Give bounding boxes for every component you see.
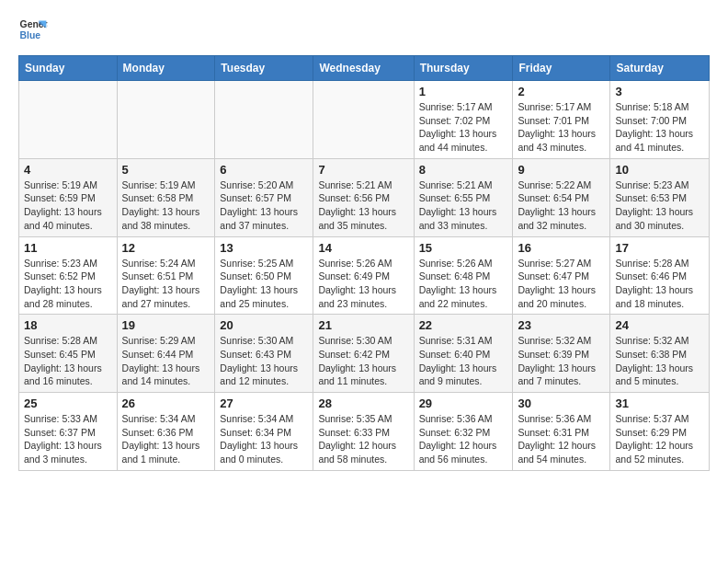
calendar-cell	[215, 81, 313, 159]
day-number: 23	[518, 318, 605, 332]
day-number: 7	[318, 163, 408, 177]
calendar-week-2: 4Sunrise: 5:19 AM Sunset: 6:59 PM Daylig…	[19, 158, 710, 236]
calendar-cell: 20Sunrise: 5:30 AM Sunset: 6:43 PM Dayli…	[215, 315, 313, 393]
calendar-week-5: 25Sunrise: 5:33 AM Sunset: 6:37 PM Dayli…	[19, 393, 710, 471]
weekday-header-saturday: Saturday	[610, 56, 710, 81]
calendar-header: SundayMondayTuesdayWednesdayThursdayFrid…	[19, 56, 710, 81]
day-number: 13	[220, 241, 308, 255]
day-info: Sunrise: 5:30 AM Sunset: 6:43 PM Dayligh…	[220, 334, 308, 388]
logo-icon: General Blue	[18, 15, 48, 44]
weekday-header-wednesday: Wednesday	[313, 56, 414, 81]
calendar-cell: 12Sunrise: 5:24 AM Sunset: 6:51 PM Dayli…	[117, 236, 215, 315]
day-number: 16	[518, 241, 605, 255]
day-info: Sunrise: 5:26 AM Sunset: 6:48 PM Dayligh…	[419, 257, 508, 311]
calendar-cell: 3Sunrise: 5:18 AM Sunset: 7:00 PM Daylig…	[610, 81, 710, 159]
calendar-cell: 6Sunrise: 5:20 AM Sunset: 6:57 PM Daylig…	[215, 158, 313, 236]
day-number: 2	[518, 85, 605, 98]
calendar-cell	[19, 81, 118, 159]
calendar-week-3: 11Sunrise: 5:23 AM Sunset: 6:52 PM Dayli…	[19, 236, 710, 315]
calendar-cell: 19Sunrise: 5:29 AM Sunset: 6:44 PM Dayli…	[117, 315, 215, 393]
day-info: Sunrise: 5:25 AM Sunset: 6:50 PM Dayligh…	[220, 257, 308, 311]
day-info: Sunrise: 5:23 AM Sunset: 6:52 PM Dayligh…	[24, 257, 112, 311]
calendar-cell: 16Sunrise: 5:27 AM Sunset: 6:47 PM Dayli…	[513, 236, 610, 315]
day-number: 29	[419, 396, 508, 410]
calendar-cell: 10Sunrise: 5:23 AM Sunset: 6:53 PM Dayli…	[610, 158, 710, 236]
day-info: Sunrise: 5:34 AM Sunset: 6:36 PM Dayligh…	[122, 412, 210, 466]
calendar-cell: 1Sunrise: 5:17 AM Sunset: 7:02 PM Daylig…	[414, 81, 513, 159]
day-info: Sunrise: 5:32 AM Sunset: 6:39 PM Dayligh…	[518, 334, 605, 388]
day-info: Sunrise: 5:28 AM Sunset: 6:46 PM Dayligh…	[615, 257, 704, 311]
calendar-cell: 14Sunrise: 5:26 AM Sunset: 6:49 PM Dayli…	[313, 236, 414, 315]
day-info: Sunrise: 5:20 AM Sunset: 6:57 PM Dayligh…	[220, 178, 308, 233]
weekday-header-thursday: Thursday	[414, 56, 513, 81]
day-info: Sunrise: 5:21 AM Sunset: 6:55 PM Dayligh…	[419, 178, 508, 233]
day-info: Sunrise: 5:28 AM Sunset: 6:45 PM Dayligh…	[24, 334, 112, 388]
day-number: 21	[318, 318, 408, 332]
day-info: Sunrise: 5:18 AM Sunset: 7:00 PM Dayligh…	[615, 100, 704, 155]
day-number: 10	[615, 163, 704, 177]
calendar-cell: 13Sunrise: 5:25 AM Sunset: 6:50 PM Dayli…	[215, 236, 313, 315]
calendar-cell: 23Sunrise: 5:32 AM Sunset: 6:39 PM Dayli…	[513, 315, 610, 393]
calendar-cell: 17Sunrise: 5:28 AM Sunset: 6:46 PM Dayli…	[610, 236, 710, 315]
calendar-cell: 8Sunrise: 5:21 AM Sunset: 6:55 PM Daylig…	[414, 158, 513, 236]
day-info: Sunrise: 5:17 AM Sunset: 7:02 PM Dayligh…	[419, 100, 508, 155]
day-number: 20	[220, 318, 308, 332]
calendar-cell: 28Sunrise: 5:35 AM Sunset: 6:33 PM Dayli…	[313, 393, 414, 471]
day-info: Sunrise: 5:37 AM Sunset: 6:29 PM Dayligh…	[615, 412, 704, 466]
day-info: Sunrise: 5:30 AM Sunset: 6:42 PM Dayligh…	[318, 334, 408, 388]
day-number: 31	[615, 396, 704, 410]
day-info: Sunrise: 5:36 AM Sunset: 6:32 PM Dayligh…	[419, 412, 508, 466]
day-number: 11	[24, 241, 112, 255]
day-info: Sunrise: 5:27 AM Sunset: 6:47 PM Dayligh…	[518, 257, 605, 311]
calendar-body: 1Sunrise: 5:17 AM Sunset: 7:02 PM Daylig…	[19, 81, 710, 471]
calendar-cell: 31Sunrise: 5:37 AM Sunset: 6:29 PM Dayli…	[610, 393, 710, 471]
day-number: 27	[220, 396, 308, 410]
day-info: Sunrise: 5:17 AM Sunset: 7:01 PM Dayligh…	[518, 100, 605, 155]
day-info: Sunrise: 5:19 AM Sunset: 6:59 PM Dayligh…	[24, 178, 112, 233]
day-info: Sunrise: 5:29 AM Sunset: 6:44 PM Dayligh…	[122, 334, 210, 388]
calendar-cell: 5Sunrise: 5:19 AM Sunset: 6:58 PM Daylig…	[117, 158, 215, 236]
day-number: 25	[24, 396, 112, 410]
day-number: 9	[518, 163, 605, 177]
calendar-cell: 7Sunrise: 5:21 AM Sunset: 6:56 PM Daylig…	[313, 158, 414, 236]
day-number: 19	[122, 318, 210, 332]
day-info: Sunrise: 5:35 AM Sunset: 6:33 PM Dayligh…	[318, 412, 408, 466]
calendar-table: SundayMondayTuesdayWednesdayThursdayFrid…	[18, 55, 710, 471]
calendar-week-1: 1Sunrise: 5:17 AM Sunset: 7:02 PM Daylig…	[19, 81, 710, 159]
page-header: General Blue	[18, 15, 710, 44]
day-number: 4	[24, 163, 112, 177]
day-number: 1	[419, 85, 508, 98]
day-number: 17	[615, 241, 704, 255]
day-info: Sunrise: 5:32 AM Sunset: 6:38 PM Dayligh…	[615, 334, 704, 388]
day-number: 6	[220, 163, 308, 177]
day-info: Sunrise: 5:31 AM Sunset: 6:40 PM Dayligh…	[419, 334, 508, 388]
day-info: Sunrise: 5:19 AM Sunset: 6:58 PM Dayligh…	[122, 178, 210, 233]
day-info: Sunrise: 5:24 AM Sunset: 6:51 PM Dayligh…	[122, 257, 210, 311]
calendar-cell: 25Sunrise: 5:33 AM Sunset: 6:37 PM Dayli…	[19, 393, 118, 471]
day-number: 14	[318, 241, 408, 255]
day-info: Sunrise: 5:23 AM Sunset: 6:53 PM Dayligh…	[615, 178, 704, 233]
day-number: 8	[419, 163, 508, 177]
day-number: 22	[419, 318, 508, 332]
day-number: 5	[122, 163, 210, 177]
calendar-cell: 11Sunrise: 5:23 AM Sunset: 6:52 PM Dayli…	[19, 236, 118, 315]
calendar-cell: 30Sunrise: 5:36 AM Sunset: 6:31 PM Dayli…	[513, 393, 610, 471]
calendar-cell: 27Sunrise: 5:34 AM Sunset: 6:34 PM Dayli…	[215, 393, 313, 471]
calendar-cell: 9Sunrise: 5:22 AM Sunset: 6:54 PM Daylig…	[513, 158, 610, 236]
day-number: 18	[24, 318, 112, 332]
day-info: Sunrise: 5:22 AM Sunset: 6:54 PM Dayligh…	[518, 178, 605, 233]
calendar-cell	[117, 81, 215, 159]
day-number: 28	[318, 396, 408, 410]
calendar-week-4: 18Sunrise: 5:28 AM Sunset: 6:45 PM Dayli…	[19, 315, 710, 393]
weekday-row: SundayMondayTuesdayWednesdayThursdayFrid…	[19, 56, 710, 81]
calendar-cell: 15Sunrise: 5:26 AM Sunset: 6:48 PM Dayli…	[414, 236, 513, 315]
day-info: Sunrise: 5:33 AM Sunset: 6:37 PM Dayligh…	[24, 412, 112, 466]
day-number: 24	[615, 318, 704, 332]
calendar-cell: 24Sunrise: 5:32 AM Sunset: 6:38 PM Dayli…	[610, 315, 710, 393]
logo: General Blue	[18, 15, 48, 44]
calendar-cell: 2Sunrise: 5:17 AM Sunset: 7:01 PM Daylig…	[513, 81, 610, 159]
day-number: 26	[122, 396, 210, 410]
calendar-cell: 18Sunrise: 5:28 AM Sunset: 6:45 PM Dayli…	[19, 315, 118, 393]
calendar-cell: 21Sunrise: 5:30 AM Sunset: 6:42 PM Dayli…	[313, 315, 414, 393]
day-number: 12	[122, 241, 210, 255]
